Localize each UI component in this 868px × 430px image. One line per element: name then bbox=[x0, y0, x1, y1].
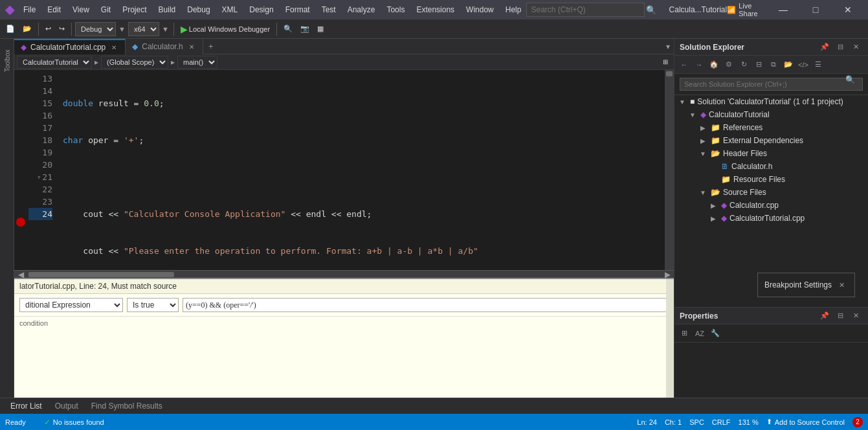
expand-calculatortutorial-cpp[interactable]: ▶ bbox=[708, 213, 718, 223]
breakpoint-indicator[interactable] bbox=[16, 218, 25, 227]
prop-pin-button[interactable]: 📌 bbox=[818, 309, 832, 323]
menu-help[interactable]: Help bbox=[500, 3, 527, 17]
layout-button[interactable]: ▦ bbox=[314, 21, 327, 37]
code-editor[interactable]: 13 14 15 16 17 18 19 20 ▿21 22 23 24 dou… bbox=[14, 70, 674, 270]
tree-solution[interactable]: ▼ ■ Solution 'CalculatorTutorial' (1 of … bbox=[674, 95, 868, 108]
file-scope-dropdown[interactable]: CalculatorTutorial bbox=[17, 56, 92, 69]
se-code-view-button[interactable]: </> bbox=[796, 58, 810, 72]
tab-find-symbol[interactable]: Find Symbol Results bbox=[86, 400, 168, 412]
tree-calculator-h[interactable]: 🗎 Calculator.h bbox=[674, 160, 868, 173]
new-project-button[interactable]: 📄 bbox=[3, 21, 18, 37]
se-collapse-button[interactable]: ⊟ bbox=[751, 58, 766, 72]
file-icon-calculator-h: 🗎 bbox=[721, 162, 729, 171]
prop-dock-button[interactable]: ⊟ bbox=[833, 309, 847, 323]
editor-scrollbar-vertical[interactable] bbox=[665, 70, 674, 270]
prop-alpha-button[interactable]: AZ bbox=[693, 326, 707, 341]
tab-overflow-button[interactable]: ▾ bbox=[662, 39, 674, 54]
search-input[interactable] bbox=[526, 3, 644, 17]
tree-project[interactable]: ▼ ◆ CalculatorTutorial bbox=[674, 108, 868, 121]
se-property-button[interactable]: ☰ bbox=[811, 58, 825, 72]
expand-project[interactable]: ▼ bbox=[687, 109, 698, 120]
redo-button[interactable]: ↪ bbox=[56, 21, 68, 37]
global-scope-dropdown[interactable]: (Global Scope) bbox=[101, 56, 168, 69]
menu-build[interactable]: Build bbox=[153, 3, 181, 17]
expand-solution[interactable]: ▼ bbox=[677, 96, 687, 107]
status-no-issues[interactable]: No issues found bbox=[53, 418, 104, 426]
se-back-button[interactable]: ← bbox=[677, 58, 691, 72]
tab-calculator-tutorial-cpp[interactable]: ◆ CalculatorTutorial.cpp ✕ bbox=[14, 39, 126, 54]
function-dropdown[interactable]: main() bbox=[177, 56, 217, 69]
toolbox-button[interactable]: Toolbox bbox=[1, 41, 14, 80]
editor-scrollbar-horizontal[interactable]: ◀ ▶ bbox=[14, 270, 674, 278]
tab-output[interactable]: Output bbox=[50, 400, 83, 412]
menu-window[interactable]: Window bbox=[461, 3, 499, 17]
expand-source-files[interactable]: ▼ bbox=[698, 187, 708, 198]
condition-operator-dropdown[interactable]: Is true bbox=[127, 298, 179, 312]
se-settings-button[interactable]: ⚙ bbox=[722, 58, 736, 72]
solution-explorer-search[interactable] bbox=[680, 78, 863, 91]
tree-source-files[interactable]: ▼ 📂 Source Files bbox=[674, 186, 868, 199]
open-button[interactable]: 📂 bbox=[19, 21, 35, 37]
menu-git[interactable]: Git bbox=[96, 3, 116, 17]
debug-mode-dropdown[interactable]: Debug bbox=[75, 22, 116, 36]
attach-button[interactable]: 📷 bbox=[297, 21, 313, 37]
menu-analyze[interactable]: Analyze bbox=[342, 3, 381, 17]
se-close-button[interactable]: ✕ bbox=[849, 40, 863, 54]
tree-calculator-cpp[interactable]: ▶ ◆ Calculator.cpp bbox=[674, 199, 868, 212]
add-tab-button[interactable]: + bbox=[203, 39, 219, 54]
live-share-button[interactable]: 📶 Live Share bbox=[727, 2, 768, 17]
toolbar: 📄 📂 ↩ ↪ Debug ▼ x64 ▼ ▶ Local Windows De… bbox=[0, 19, 868, 39]
close-tab-cpp[interactable]: ✕ bbox=[109, 43, 118, 52]
menu-edit[interactable]: Edit bbox=[42, 3, 66, 17]
se-dock-button[interactable]: ⊟ bbox=[833, 40, 847, 54]
start-debug-button[interactable]: ▶ Local Windows Debugger bbox=[177, 21, 273, 37]
split-editor-button[interactable]: ⊞ bbox=[660, 54, 671, 70]
tab-error-list[interactable]: Error List bbox=[5, 400, 47, 412]
menu-format[interactable]: Format bbox=[280, 3, 315, 17]
tree-calculatortutorial-cpp[interactable]: ▶ ◆ CalculatorTutorial.cpp bbox=[674, 212, 868, 225]
undo-button[interactable]: ↩ bbox=[42, 21, 54, 37]
platform-dropdown[interactable]: x64 bbox=[128, 22, 159, 36]
menu-xml[interactable]: XML bbox=[217, 3, 243, 17]
se-open-button[interactable]: 📂 bbox=[781, 58, 796, 72]
expand-header-files[interactable]: ▼ bbox=[698, 148, 708, 159]
menu-project[interactable]: Project bbox=[117, 3, 151, 17]
tab-calculator-h[interactable]: ◆ Calculator.h ✕ bbox=[126, 39, 203, 54]
se-refresh-button[interactable]: ↻ bbox=[737, 58, 751, 72]
close-tab-h[interactable]: ✕ bbox=[187, 42, 196, 51]
menu-debug[interactable]: Debug bbox=[182, 3, 215, 17]
se-filter-button[interactable]: ⧉ bbox=[766, 58, 781, 72]
breakpoint-settings-close[interactable]: ✕ bbox=[836, 277, 848, 293]
code-content[interactable]: double result = 0.0; char oper = '+'; co… bbox=[58, 70, 665, 270]
tree-header-files[interactable]: ▼ 📂 Header Files bbox=[674, 147, 868, 160]
condition-type-dropdown[interactable]: ditional Expression bbox=[19, 298, 123, 312]
se-forward-button[interactable]: → bbox=[692, 58, 706, 72]
menu-tools[interactable]: Tools bbox=[381, 3, 410, 17]
minimize-button[interactable]: — bbox=[768, 0, 798, 19]
add-to-source-control-button[interactable]: ⬆ Add to Source Control bbox=[766, 418, 845, 426]
prop-settings-button[interactable]: 🔧 bbox=[708, 326, 722, 341]
tree-external-deps[interactable]: ▶ 📁 External Dependencies bbox=[674, 134, 868, 147]
error-badge[interactable]: 2 bbox=[852, 417, 863, 427]
close-button[interactable]: ✕ bbox=[833, 0, 863, 19]
menu-view[interactable]: View bbox=[67, 3, 95, 17]
condition-expression-input[interactable] bbox=[183, 298, 669, 312]
h-scroll-thumb[interactable] bbox=[28, 272, 174, 277]
menu-design[interactable]: Design bbox=[244, 3, 278, 17]
status-zoom[interactable]: 131 % bbox=[739, 418, 759, 426]
tree-resource-files[interactable]: 📁 Resource Files bbox=[674, 173, 868, 186]
menu-extensions[interactable]: Extensions bbox=[411, 3, 460, 17]
expand-external-deps[interactable]: ▶ bbox=[698, 135, 708, 146]
prop-category-button[interactable]: ⊞ bbox=[677, 326, 691, 341]
restore-button[interactable]: □ bbox=[801, 0, 830, 19]
condition-scrollbar[interactable] bbox=[666, 279, 674, 398]
menu-test[interactable]: Test bbox=[317, 3, 341, 17]
expand-references[interactable]: ▶ bbox=[698, 122, 708, 133]
se-home-button[interactable]: 🏠 bbox=[707, 58, 721, 72]
menu-file[interactable]: File bbox=[18, 3, 41, 17]
find-button[interactable]: 🔍 bbox=[280, 21, 296, 37]
se-pin-button[interactable]: 📌 bbox=[818, 40, 832, 54]
tree-references[interactable]: ▶ 📁 References bbox=[674, 121, 868, 134]
prop-close-button[interactable]: ✕ bbox=[849, 309, 863, 323]
expand-calculator-cpp[interactable]: ▶ bbox=[708, 200, 718, 210]
